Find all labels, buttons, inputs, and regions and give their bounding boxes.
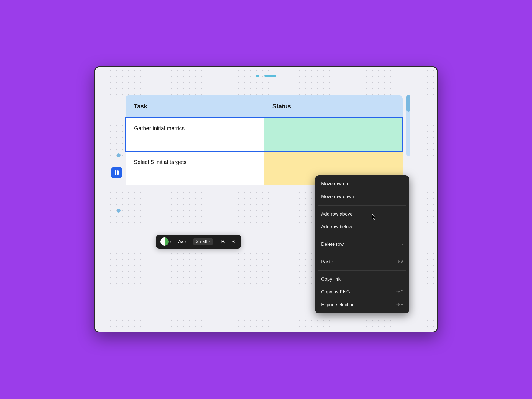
menu-item-export[interactable]: Export selection... ⇧⌘E <box>315 298 409 311</box>
table-header: Task Status <box>126 95 403 118</box>
copy-png-label: Copy as PNG <box>321 289 350 295</box>
context-menu: Move row up Move row down Add row above … <box>315 175 409 313</box>
color-picker[interactable]: ▾ <box>160 237 171 246</box>
toolbar-divider-1 <box>175 238 175 245</box>
pause-icon <box>115 170 119 175</box>
copy-png-shortcut: ⇧⌘C <box>396 290 403 295</box>
color-dropdown-arrow: ▾ <box>170 240 171 243</box>
copy-link-label: Copy link <box>321 277 341 282</box>
menu-item-move-up[interactable]: Move row up <box>315 178 409 190</box>
color-swatch[interactable] <box>160 237 169 246</box>
header-cell-task: Task <box>126 95 264 118</box>
left-dot-top <box>117 153 121 157</box>
move-row-up-label: Move row up <box>321 181 348 187</box>
task-cell-2[interactable]: Select 5 initial targets <box>126 152 264 185</box>
dot-indicator <box>256 75 259 77</box>
menu-section-add: Add row above Add row below <box>315 206 409 236</box>
move-row-down-label: Move row down <box>321 194 354 200</box>
menu-section-paste: Paste ⌘V <box>315 253 409 270</box>
size-dropdown-arrow: ▾ <box>209 240 210 243</box>
font-label: Aa <box>178 239 184 244</box>
window-frame: Task Status Gather initial metrics Selec… <box>94 66 438 332</box>
delete-row-shortcut: ⌫ <box>401 242 403 247</box>
font-selector[interactable]: Aa ▾ <box>178 239 186 244</box>
export-label: Export selection... <box>321 302 359 308</box>
size-selector[interactable]: Small ▾ <box>193 238 213 245</box>
toolbar-divider-3 <box>216 238 216 245</box>
menu-item-delete-row[interactable]: Delete row ⌫ <box>315 238 409 251</box>
toolbar-divider-2 <box>190 238 190 245</box>
top-indicators <box>256 75 276 77</box>
paste-shortcut: ⌘V <box>398 259 403 264</box>
menu-item-paste[interactable]: Paste ⌘V <box>315 255 409 268</box>
menu-item-copy-png[interactable]: Copy as PNG ⇧⌘C <box>315 286 409 298</box>
font-dropdown-arrow: ▾ <box>185 240 186 243</box>
menu-section-move: Move row up Move row down <box>315 175 409 205</box>
menu-item-add-below[interactable]: Add row below <box>315 221 409 233</box>
strikethrough-button[interactable]: S <box>230 238 237 245</box>
scrollbar-track[interactable] <box>406 95 410 156</box>
menu-section-copy: Copy link Copy as PNG ⇧⌘C Export selecti… <box>315 271 409 313</box>
pause-button[interactable] <box>111 167 122 178</box>
pill-indicator <box>264 75 276 77</box>
task-cell-1[interactable]: Gather initial metrics <box>126 118 264 151</box>
menu-item-copy-link[interactable]: Copy link <box>315 273 409 286</box>
add-row-above-label: Add row above <box>321 211 352 217</box>
size-label: Small <box>196 239 207 244</box>
menu-item-add-above[interactable]: Add row above <box>315 208 409 221</box>
menu-item-move-down[interactable]: Move row down <box>315 190 409 203</box>
left-dot-bottom <box>117 209 121 213</box>
paste-label: Paste <box>321 259 333 265</box>
export-shortcut: ⇧⌘E <box>396 302 403 307</box>
header-cell-status: Status <box>264 95 403 118</box>
menu-section-delete: Delete row ⌫ <box>315 236 409 253</box>
add-row-below-label: Add row below <box>321 224 352 230</box>
scrollbar-thumb[interactable] <box>406 95 410 112</box>
table-row-1[interactable]: Gather initial metrics <box>125 117 403 152</box>
delete-row-label: Delete row <box>321 242 344 247</box>
bold-button[interactable]: B <box>220 238 227 245</box>
table-container: Task Status Gather initial metrics Selec… <box>126 95 403 185</box>
format-toolbar: ▾ Aa ▾ Small ▾ B S <box>156 235 241 249</box>
status-cell-1[interactable] <box>264 118 402 151</box>
